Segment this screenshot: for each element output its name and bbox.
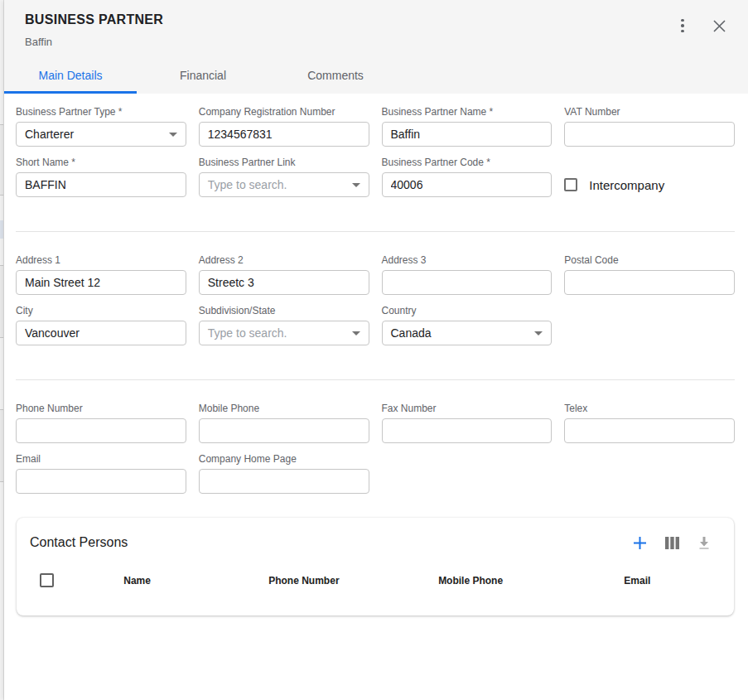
business-partner-link-select[interactable]: Type to search. — [199, 172, 369, 197]
field-label: Address 2 — [199, 254, 369, 266]
chevron-down-icon — [352, 183, 360, 187]
address2-input[interactable] — [199, 270, 369, 295]
select-all-checkbox[interactable] — [40, 573, 54, 587]
field-business-partner-link: Business Partner Link Type to search. — [199, 157, 369, 197]
field-label: City — [16, 305, 186, 316]
address3-input[interactable] — [382, 270, 553, 295]
intercompany-checkbox[interactable] — [564, 178, 577, 191]
contact-persons-card: Contact Persons — [17, 518, 734, 616]
background-fragment — [0, 409, 3, 482]
column-header-name: Name — [54, 575, 220, 587]
column-header-phone-number: Phone Number — [220, 575, 387, 587]
field-label: Phone Number — [16, 403, 186, 414]
business-partner-name-input[interactable] — [382, 122, 553, 147]
chevron-down-icon — [169, 133, 177, 137]
columns-icon — [665, 537, 679, 549]
contact-info-section: Phone Number Mobile Phone Fax Number Tel… — [16, 403, 735, 504]
contact-persons-title: Contact Persons — [30, 535, 128, 550]
field-label: Country — [382, 305, 553, 316]
field-business-partner-type: Business Partner Type * Charterer — [16, 106, 186, 147]
field-label: Business Partner Link — [199, 157, 369, 168]
column-header-mobile-phone: Mobile Phone — [388, 575, 554, 587]
identity-section: Business Partner Type * Charterer Compan… — [16, 106, 735, 207]
company-home-page-input[interactable] — [199, 469, 369, 494]
field-address2: Address 2 — [199, 254, 369, 295]
field-subdivision-state: Subdivision/State Type to search. — [199, 305, 369, 345]
field-address1: Address 1 — [16, 254, 186, 295]
chevron-down-icon — [534, 331, 543, 336]
close-button[interactable] — [712, 18, 726, 33]
add-contact-button[interactable] — [631, 534, 648, 551]
fax-number-input[interactable] — [382, 418, 553, 443]
city-input[interactable] — [16, 321, 186, 345]
field-label: Address 3 — [382, 254, 553, 266]
field-fax-number: Fax Number — [382, 403, 553, 443]
field-business-partner-name: Business Partner Name * — [382, 106, 553, 147]
column-header-email: Email — [554, 575, 721, 587]
field-label: Business Partner Code * — [382, 157, 553, 168]
chevron-down-icon — [352, 331, 360, 336]
field-label: Company Registration Number — [199, 106, 369, 118]
field-short-name: Short Name * — [16, 157, 186, 197]
field-label: VAT Number — [564, 106, 735, 118]
field-company-registration-number: Company Registration Number — [199, 106, 369, 147]
field-telex: Telex — [564, 403, 735, 443]
section-divider — [16, 379, 735, 380]
telex-input[interactable] — [564, 418, 735, 443]
short-name-input[interactable] — [16, 172, 186, 197]
background-fragment — [0, 265, 3, 338]
background-fragment — [0, 220, 3, 239]
country-select[interactable]: Canada — [382, 321, 553, 345]
field-label: Business Partner Name * — [382, 106, 553, 118]
contact-persons-table-header: Name Phone Number Mobile Phone Email — [17, 573, 734, 587]
field-business-partner-code: Business Partner Code * — [382, 157, 553, 197]
business-partner-type-select[interactable]: Charterer — [16, 122, 186, 147]
tab-bar: Main Details Financial Comments — [4, 60, 402, 94]
company-registration-number-input[interactable] — [199, 122, 369, 147]
more-options-button[interactable] — [675, 18, 690, 33]
field-label: Email — [16, 453, 186, 465]
address-section: Address 1 Address 2 Address 3 Postal Cod… — [16, 254, 735, 355]
address1-input[interactable] — [16, 270, 186, 295]
field-postal-code: Postal Code — [564, 254, 735, 295]
field-intercompany: Intercompany — [564, 172, 735, 197]
field-label: Short Name * — [16, 157, 186, 168]
kebab-icon — [681, 19, 684, 33]
tab-comments[interactable]: Comments — [269, 60, 402, 94]
field-city: City — [16, 305, 186, 345]
field-label: Mobile Phone — [199, 403, 369, 414]
intercompany-label: Intercompany — [589, 178, 664, 192]
mobile-phone-input[interactable] — [199, 418, 369, 443]
vat-number-input[interactable] — [564, 122, 735, 147]
section-divider — [16, 231, 735, 232]
field-label: Subdivision/State — [199, 305, 369, 316]
tab-financial[interactable]: Financial — [137, 60, 269, 94]
field-label: Postal Code — [564, 254, 735, 266]
business-partner-code-input[interactable] — [382, 172, 553, 197]
columns-button[interactable] — [664, 534, 680, 551]
email-input[interactable] — [16, 469, 186, 494]
main-details-form: Business Partner Type * Charterer Compan… — [4, 94, 748, 616]
download-icon — [697, 535, 712, 550]
postal-code-input[interactable] — [564, 270, 735, 295]
subdivision-state-select[interactable]: Type to search. — [199, 321, 369, 345]
field-label: Telex — [564, 403, 735, 414]
field-label: Address 1 — [16, 254, 186, 266]
field-label: Business Partner Type * — [16, 106, 186, 118]
add-icon — [632, 535, 648, 551]
field-company-home-page: Company Home Page — [199, 453, 369, 494]
page-title: BUSINESS PARTNER — [25, 12, 163, 27]
download-button[interactable] — [696, 534, 712, 551]
field-vat-number: VAT Number — [564, 106, 735, 147]
business-partner-panel: BUSINESS PARTNER Baffin Main Details Fin… — [4, 0, 748, 700]
field-country: Country Canada — [382, 305, 553, 345]
field-label: Fax Number — [382, 403, 553, 414]
field-mobile-phone: Mobile Phone — [199, 403, 369, 443]
field-address3: Address 3 — [382, 254, 553, 295]
tab-main-details[interactable]: Main Details — [4, 60, 137, 94]
field-email: Email — [16, 453, 186, 494]
field-label: Company Home Page — [199, 453, 369, 465]
page-subtitle: Baffin — [25, 36, 163, 48]
close-icon — [712, 19, 726, 33]
phone-number-input[interactable] — [16, 418, 186, 443]
